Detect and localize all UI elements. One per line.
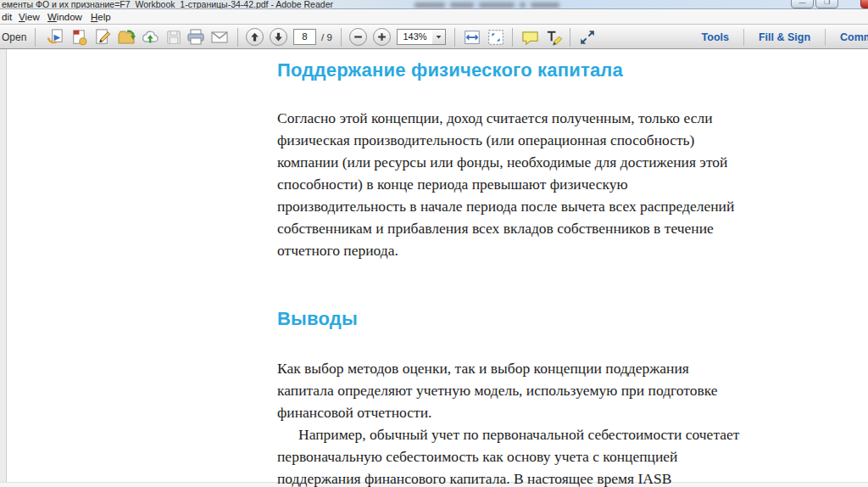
paragraph-physical-capital: Согласно этой концепции, доход считается… (277, 107, 807, 261)
tab-fill-and-sign[interactable]: Fill & Sign (744, 31, 825, 43)
sign-document-icon (93, 28, 113, 48)
text-line: капитала определяют учетную модель, испо… (277, 379, 807, 401)
text-line: финансовой отчетности. (277, 401, 807, 423)
cloud-upload-icon (140, 27, 160, 48)
text-line: отчетного периода. (277, 239, 807, 261)
section-heading-conclusions: Выводы (277, 308, 358, 330)
text-line: первоначальную себестоимость как основу … (277, 445, 807, 467)
blurred-background-title (479, 3, 515, 8)
adobe-reader-window: ементы ФО и их признание=F7_Workbook_1-с… (0, 0, 868, 487)
document-background-strip (0, 49, 7, 482)
maximize-button[interactable]: ❐ (815, 0, 838, 8)
zoom-in-button[interactable] (373, 28, 391, 46)
cloud-upload-button[interactable] (139, 27, 161, 48)
next-page-icon (273, 31, 284, 42)
text-line: физическая производительность (или опера… (277, 129, 807, 151)
open-folder-button[interactable] (115, 27, 137, 48)
next-page-button[interactable] (270, 28, 287, 46)
create-pdf-icon (70, 28, 89, 48)
menu-view[interactable]: View (15, 11, 43, 23)
minimize-icon: — (792, 0, 813, 6)
reading-mode-icon (578, 28, 597, 47)
text-line: компании (или ресурсы или фонды, необход… (277, 151, 807, 173)
section-heading-physical-capital: Поддержание физического капитала (277, 59, 623, 81)
title-bar: ементы ФО и их признание=F7_Workbook_1-с… (0, 0, 868, 9)
fit-page-icon (487, 28, 505, 47)
sign-document-button[interactable] (92, 27, 114, 48)
tab-comment[interactable]: Comm (826, 31, 868, 43)
chevron-down-icon (435, 33, 442, 41)
zoom-level-input[interactable]: 143% (397, 29, 433, 45)
open-folder-icon (116, 27, 136, 48)
zoom-in-icon (376, 31, 387, 42)
text-line: Например, обычный учет по первоначальной… (277, 423, 807, 445)
zoom-dropdown-button[interactable] (432, 29, 446, 45)
text-line: Согласно этой концепции, доход считается… (277, 107, 807, 129)
text-line: Как выбор методов оценки, так и выбор ко… (277, 357, 807, 379)
tab-tools[interactable]: Tools (687, 31, 743, 43)
reading-mode-button[interactable] (576, 27, 598, 48)
toolbar: Open (0, 24, 868, 49)
email-button[interactable] (209, 27, 231, 48)
export-pdf-button[interactable] (44, 27, 66, 48)
export-pdf-icon (46, 28, 65, 48)
save-icon (164, 28, 183, 47)
open-button[interactable]: Open (2, 31, 26, 43)
menu-bar: dit View Window Help (0, 10, 868, 24)
previous-page-icon (249, 31, 260, 42)
fit-width-icon (463, 28, 481, 47)
save-button[interactable] (163, 27, 185, 48)
close-button[interactable] (860, 0, 868, 8)
toolbar-right-panel-tabs: Tools Fill & Sign Comm (687, 25, 868, 50)
sticky-note-comment-button[interactable] (519, 27, 541, 48)
fit-page-button[interactable] (485, 27, 507, 48)
email-icon (209, 27, 230, 48)
menu-window[interactable]: Window (44, 11, 86, 23)
window-title: ементы ФО и их признание=F7_Workbook_1-с… (2, 0, 333, 9)
blurred-background-title (450, 3, 474, 8)
text-line: производительность в начале периода посл… (277, 195, 807, 217)
highlight-text-icon (544, 28, 564, 48)
sticky-note-icon (520, 28, 540, 48)
text-line: способности) в конце периода превышают ф… (277, 173, 807, 195)
print-icon (186, 27, 206, 48)
document-viewport[interactable]: Поддержание физического капитала Согласн… (0, 49, 868, 487)
menu-edit[interactable]: dit (0, 11, 15, 23)
blurred-background-title (520, 3, 526, 8)
text-line: собственникам и прибавления всех вкладов… (277, 217, 807, 239)
page-total-label: / 9 (321, 32, 332, 42)
zoom-out-icon (353, 31, 364, 42)
fit-width-button[interactable] (461, 27, 483, 48)
minimize-button[interactable]: — (791, 0, 814, 8)
menu-help[interactable]: Help (87, 11, 114, 23)
zoom-out-button[interactable] (349, 28, 367, 46)
print-button[interactable] (185, 27, 207, 48)
paragraph-conclusions-1: Как выбор методов оценки, так и выбор ко… (277, 357, 807, 423)
create-pdf-button[interactable] (68, 27, 90, 48)
previous-page-button[interactable] (246, 28, 264, 46)
page-number-input[interactable]: 8 (293, 29, 316, 45)
paragraph-conclusions-2: Например, обычный учет по первоначальной… (277, 423, 807, 487)
maximize-icon: ❐ (816, 0, 837, 6)
blurred-background-title (415, 3, 445, 8)
highlight-text-button[interactable] (542, 27, 565, 48)
text-line: поддержания финансового капитала. В наст… (277, 467, 807, 487)
blurred-background-title (531, 3, 559, 8)
